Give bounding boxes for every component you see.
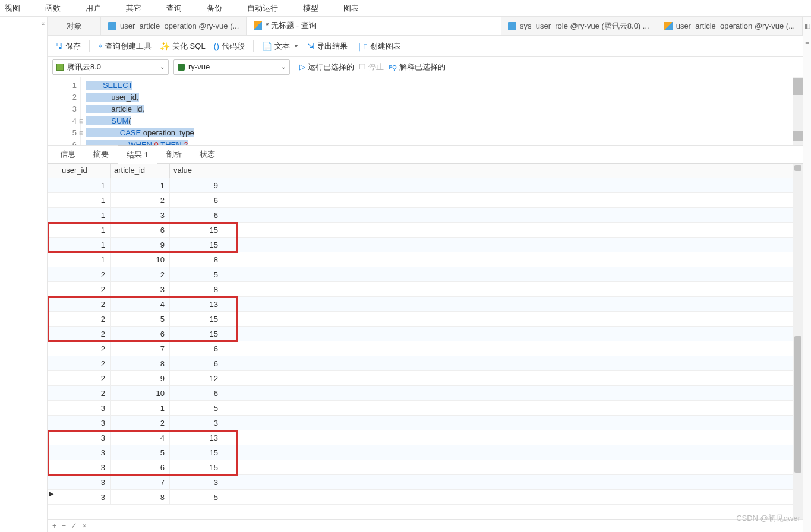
cell[interactable]: 15 bbox=[170, 327, 223, 341]
cell[interactable]: 5 bbox=[170, 267, 223, 281]
menu-item[interactable]: 视图 bbox=[5, 3, 20, 14]
cell[interactable]: 6 bbox=[111, 223, 170, 237]
cell[interactable]: 3 bbox=[58, 401, 111, 415]
run-button[interactable]: ▷运行已选择的 bbox=[299, 62, 354, 72]
create-chart-button[interactable]: ❘⎍创建图表 bbox=[356, 41, 401, 52]
cell[interactable]: 15 bbox=[170, 460, 223, 474]
cell[interactable]: 9 bbox=[111, 238, 170, 252]
cell[interactable]: 3 bbox=[58, 490, 111, 504]
table-row[interactable]: 126 bbox=[48, 193, 793, 208]
server-combo[interactable]: 腾讯云8.0⌄ bbox=[52, 59, 169, 75]
cell[interactable]: 3 bbox=[170, 475, 223, 489]
cell[interactable]: 6 bbox=[170, 356, 223, 370]
result-tab[interactable]: 剖析 bbox=[157, 145, 191, 163]
cell[interactable]: 15 bbox=[170, 223, 223, 237]
result-grid[interactable]: user_idarticle_idvalue119126136161519151… bbox=[48, 164, 803, 519]
menu-item[interactable]: 备份 bbox=[207, 3, 222, 14]
cell[interactable]: 8 bbox=[170, 252, 223, 267]
cell[interactable]: 2 bbox=[58, 386, 111, 400]
cell[interactable]: 2 bbox=[58, 327, 111, 341]
cell[interactable]: 10 bbox=[111, 252, 170, 267]
menu-item[interactable]: 自动运行 bbox=[247, 3, 278, 14]
cell[interactable]: 12 bbox=[170, 371, 223, 385]
cell[interactable]: 1 bbox=[58, 208, 111, 222]
table-row[interactable]: 2515 bbox=[48, 312, 793, 327]
cancel-icon[interactable]: × bbox=[82, 521, 87, 530]
table-row[interactable]: 276 bbox=[48, 341, 793, 356]
menu-item[interactable]: 图表 bbox=[343, 3, 359, 14]
cell[interactable]: 3 bbox=[58, 430, 111, 445]
cell[interactable]: 6 bbox=[170, 208, 223, 222]
cell[interactable]: 3 bbox=[58, 460, 111, 474]
cell[interactable]: 3 bbox=[58, 475, 111, 489]
cell[interactable]: 3 bbox=[58, 445, 111, 460]
cell[interactable]: 6 bbox=[170, 386, 223, 400]
cell[interactable]: 3 bbox=[58, 416, 111, 430]
column-header[interactable]: article_id bbox=[111, 164, 170, 178]
export-button[interactable]: ⇲导出结果 bbox=[307, 41, 348, 52]
table-row[interactable]: 1915 bbox=[48, 238, 793, 252]
table-row[interactable]: 238 bbox=[48, 282, 793, 297]
cell[interactable]: 4 bbox=[111, 430, 170, 445]
tab-objects[interactable]: 对象 bbox=[48, 17, 101, 35]
table-row[interactable]: 3615 bbox=[48, 460, 793, 475]
cell[interactable]: 2 bbox=[58, 282, 111, 296]
cell[interactable]: 2 bbox=[111, 193, 170, 207]
query-builder-button[interactable]: ⌖查询创建工具 bbox=[98, 41, 152, 52]
cell[interactable]: 2 bbox=[111, 267, 170, 281]
menu-item[interactable]: 其它 bbox=[126, 3, 141, 14]
tab-table-1[interactable]: user_article_operation @ry-vue (... bbox=[101, 17, 247, 35]
cell[interactable]: 7 bbox=[111, 341, 170, 356]
result-tab[interactable]: 状态 bbox=[191, 145, 224, 163]
table-row[interactable]: 2413 bbox=[48, 297, 793, 312]
cell[interactable]: 15 bbox=[170, 312, 223, 326]
result-tab[interactable]: 结果 1 bbox=[118, 145, 157, 164]
save-button[interactable]: 🖫保存 bbox=[55, 41, 81, 52]
cell[interactable]: 2 bbox=[111, 416, 170, 430]
grid-scrollbar[interactable] bbox=[793, 164, 803, 519]
menu-item[interactable]: 查询 bbox=[166, 3, 182, 14]
cell[interactable]: 8 bbox=[111, 490, 170, 504]
editor-scrollbar[interactable] bbox=[793, 77, 803, 145]
cell[interactable]: 2 bbox=[58, 356, 111, 370]
tab-table-2[interactable]: sys_user_role @ry-vue (腾讯云8.0) ... bbox=[501, 17, 657, 35]
text-button[interactable]: 📄文本▼ bbox=[262, 41, 299, 52]
cell[interactable]: 1 bbox=[111, 401, 170, 415]
cell[interactable]: 13 bbox=[170, 430, 223, 445]
cell[interactable]: 1 bbox=[58, 238, 111, 252]
cell[interactable]: 1 bbox=[111, 178, 170, 192]
cell[interactable]: 7 bbox=[111, 475, 170, 489]
table-row[interactable]: 2615 bbox=[48, 327, 793, 341]
apply-icon[interactable]: ✓ bbox=[71, 521, 77, 530]
add-row-icon[interactable]: + bbox=[52, 521, 57, 530]
table-row[interactable]: 2912 bbox=[48, 371, 793, 386]
cell[interactable]: 2 bbox=[58, 341, 111, 356]
cell[interactable]: 13 bbox=[170, 297, 223, 311]
cell[interactable]: 5 bbox=[170, 401, 223, 415]
delete-row-icon[interactable]: − bbox=[62, 521, 67, 530]
table-row[interactable]: 2106 bbox=[48, 386, 793, 401]
cell[interactable]: 9 bbox=[111, 371, 170, 385]
cell[interactable]: 5 bbox=[170, 490, 223, 504]
table-row[interactable]: 1615 bbox=[48, 223, 793, 238]
result-tab[interactable]: 信息 bbox=[51, 145, 84, 163]
table-row[interactable]: 1108 bbox=[48, 252, 793, 267]
table-row[interactable]: 3413 bbox=[48, 430, 793, 445]
cell[interactable]: 8 bbox=[170, 282, 223, 296]
menu-item[interactable]: 用户 bbox=[86, 3, 101, 14]
explain-button[interactable]: ᴇǫ解释已选择的 bbox=[389, 62, 446, 72]
database-combo[interactable]: ry-vue⌄ bbox=[173, 59, 290, 75]
cell[interactable]: 8 bbox=[111, 356, 170, 370]
table-row[interactable]: 323 bbox=[48, 416, 793, 430]
cell[interactable]: 2 bbox=[58, 267, 111, 281]
cell[interactable]: 1 bbox=[58, 178, 111, 192]
cell[interactable]: 6 bbox=[170, 193, 223, 207]
cell[interactable]: 15 bbox=[170, 445, 223, 460]
cell[interactable]: 2 bbox=[58, 297, 111, 311]
code-area[interactable]: SELECT user_id, article_id, SUM( CASE op… bbox=[81, 77, 803, 145]
right-panel-icon[interactable]: ◧ bbox=[803, 17, 811, 34]
tab-query-active[interactable]: * 无标题 - 查询 bbox=[247, 17, 324, 35]
cell[interactable]: 5 bbox=[111, 312, 170, 326]
cell[interactable]: 2 bbox=[58, 312, 111, 326]
beautify-button[interactable]: ✨美化 SQL bbox=[160, 41, 206, 52]
